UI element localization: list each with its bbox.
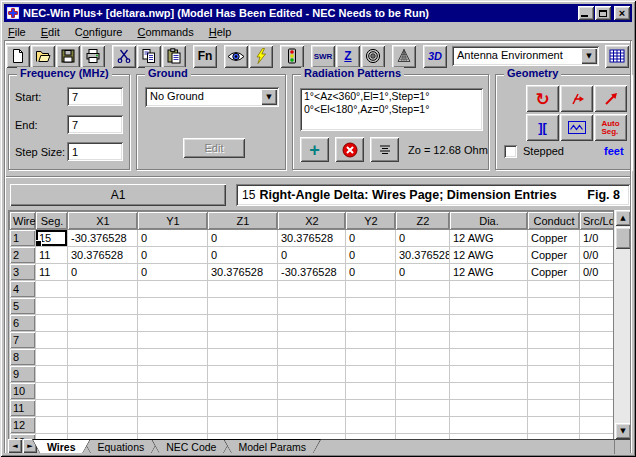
pattern-entry[interactable]: 0°<El<180°,Az=0°,Step=1° — [304, 103, 479, 116]
cell-12-conduct[interactable] — [528, 417, 580, 434]
formula-bar[interactable]: 15 Right-Angle Delta: Wires Page; Dimens… — [236, 184, 630, 206]
cell-12-x2[interactable] — [278, 417, 346, 434]
scroll-down-button[interactable]: ▼ — [615, 423, 631, 439]
menu-edit[interactable]: Edit — [41, 26, 60, 38]
cell-7-conduct[interactable] — [528, 332, 580, 349]
cell-4-dia[interactable] — [450, 281, 528, 298]
cell-11-x2[interactable] — [278, 400, 346, 417]
cell-3-z1[interactable]: 30.376528 — [208, 264, 278, 281]
cell-10-conduct[interactable] — [528, 383, 580, 400]
cell-4-y1[interactable] — [138, 281, 208, 298]
cell-11-dia[interactable] — [450, 400, 528, 417]
cell-12-y1[interactable] — [138, 417, 208, 434]
save-button[interactable] — [56, 45, 80, 68]
cell-1-srcld[interactable]: 1/0 — [580, 230, 614, 247]
cell-10-srcld[interactable] — [580, 383, 614, 400]
cell-8-dia[interactable] — [450, 349, 528, 366]
col-header-srcld[interactable]: Src/Ld — [580, 212, 614, 230]
cell-12-seg[interactable] — [36, 417, 68, 434]
cell-1-y1[interactable]: 0 — [138, 230, 208, 247]
cell-7-srcld[interactable] — [580, 332, 614, 349]
row-header-4[interactable]: 4 — [10, 281, 36, 298]
cell-2-conduct[interactable]: Copper — [528, 247, 580, 264]
pattern-list-button[interactable] — [370, 137, 399, 162]
cell-11-z2[interactable] — [396, 400, 450, 417]
translate-wire-button[interactable] — [560, 85, 593, 112]
cell-2-x2[interactable]: 0 — [278, 247, 346, 264]
cell-1-dia[interactable]: 12 AWG — [450, 230, 528, 247]
units-label[interactable]: feet — [604, 145, 624, 157]
cell-12-z1[interactable] — [208, 417, 278, 434]
cell-10-y1[interactable] — [138, 383, 208, 400]
cut-button[interactable] — [112, 45, 136, 68]
maximize-button[interactable] — [595, 6, 611, 20]
cell-1-y2[interactable]: 0 — [346, 230, 396, 247]
rotate-wire-button[interactable]: ↻ — [526, 85, 559, 112]
fn-button[interactable]: Fn — [193, 45, 217, 68]
cell-10-x2[interactable] — [278, 383, 346, 400]
cell-11-y2[interactable] — [346, 400, 396, 417]
end-input[interactable] — [67, 115, 123, 134]
cell-8-x1[interactable] — [68, 349, 138, 366]
cell-3-y1[interactable]: 0 — [138, 264, 208, 281]
stepped-checkbox[interactable] — [504, 145, 517, 158]
tab-nec-code[interactable]: NEC Code — [151, 439, 231, 453]
cell-7-x2[interactable] — [278, 332, 346, 349]
row-header-5[interactable]: 5 — [10, 298, 36, 315]
cell-7-x1[interactable] — [68, 332, 138, 349]
cell-3-z2[interactable]: 0 — [396, 264, 450, 281]
cell-2-y2[interactable]: 0 — [346, 247, 396, 264]
cell-5-dia[interactable] — [450, 298, 528, 315]
cell-5-y2[interactable] — [346, 298, 396, 315]
tab-scroll-left-button[interactable]: ◄ — [8, 439, 22, 453]
scale-wire-button[interactable] — [594, 85, 627, 112]
pattern-button[interactable] — [361, 45, 385, 68]
col-header-x2[interactable]: X2 — [278, 212, 346, 230]
view-antenna-button[interactable] — [224, 45, 248, 68]
cell-5-x1[interactable] — [68, 298, 138, 315]
col-header-seg[interactable]: Seg. — [36, 212, 68, 230]
cell-7-y2[interactable] — [346, 332, 396, 349]
cell-10-z2[interactable] — [396, 383, 450, 400]
cell-1-z1[interactable]: 0 — [208, 230, 278, 247]
cell-8-y1[interactable] — [138, 349, 208, 366]
environment-combo[interactable]: Antenna Environment ▼ — [452, 46, 599, 66]
cell-6-x2[interactable] — [278, 315, 346, 332]
menu-commands[interactable]: Commands — [137, 26, 193, 38]
col-header-conduct[interactable]: Conduct — [528, 212, 580, 230]
pattern-entry[interactable]: 1°<Az<360°,El=1°,Step=1° — [304, 90, 479, 103]
tab-equations[interactable]: Equations — [83, 439, 160, 453]
cell-6-x1[interactable] — [68, 315, 138, 332]
auto-seg-button[interactable]: AutoSeg. — [594, 114, 627, 141]
step-size-input[interactable] — [67, 142, 123, 161]
cell-11-x1[interactable] — [68, 400, 138, 417]
start-input[interactable] — [67, 87, 123, 106]
cell-9-y2[interactable] — [346, 366, 396, 383]
row-header-9[interactable]: 9 — [10, 366, 36, 383]
cell-reference-box[interactable]: A1 — [10, 184, 226, 206]
new-button[interactable] — [6, 45, 30, 68]
cell-5-x2[interactable] — [278, 298, 346, 315]
col-header-x1[interactable]: X1 — [68, 212, 138, 230]
cell-9-seg[interactable] — [36, 366, 68, 383]
cell-10-z1[interactable] — [208, 383, 278, 400]
cell-4-x1[interactable] — [68, 281, 138, 298]
cell-7-z1[interactable] — [208, 332, 278, 349]
paste-button[interactable] — [162, 45, 186, 68]
threed-button[interactable]: 3D — [423, 45, 447, 68]
col-header-z1[interactable]: Z1 — [208, 212, 278, 230]
cell-3-y2[interactable]: 0 — [346, 264, 396, 281]
row-header-6[interactable]: 6 — [10, 315, 36, 332]
cell-4-z2[interactable] — [396, 281, 450, 298]
cell-5-z1[interactable] — [208, 298, 278, 315]
cell-6-seg[interactable] — [36, 315, 68, 332]
menu-help[interactable]: Help — [209, 26, 232, 38]
cell-12-dia[interactable] — [450, 417, 528, 434]
spreadsheet-button[interactable] — [605, 45, 629, 68]
cell-2-z2[interactable]: 30.376528 — [396, 247, 450, 264]
cell-3-x1[interactable]: 0 — [68, 264, 138, 281]
row-header-10[interactable]: 10 — [10, 383, 36, 400]
cell-1-z2[interactable]: 0 — [396, 230, 450, 247]
geometry-view-button[interactable] — [392, 45, 416, 68]
chevron-down-icon[interactable]: ▼ — [581, 48, 597, 64]
